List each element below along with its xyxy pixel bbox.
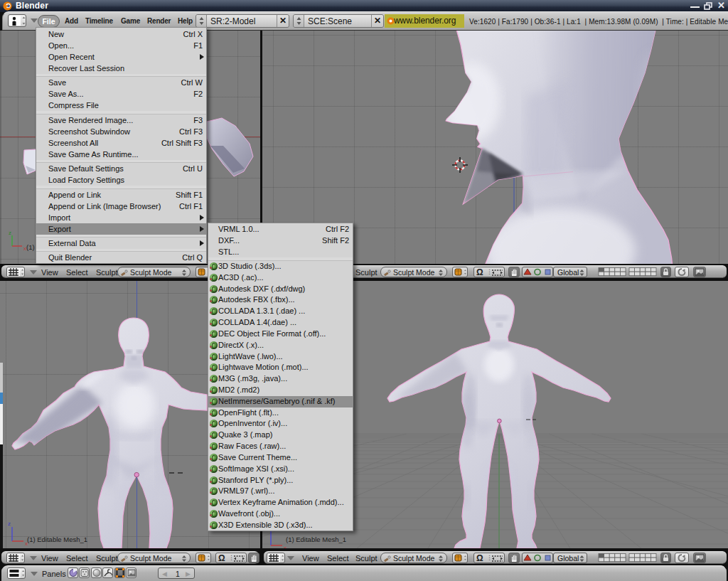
svg-text:z: z — [9, 230, 11, 236]
svg-text:x: x — [284, 545, 287, 548]
svg-text:(1) Editable Mesh_1: (1) Editable Mesh_1 — [286, 535, 346, 543]
svg-text:z: z — [8, 521, 11, 527]
svg-text:(1) Editable Mesh_1: (1) Editable Mesh_1 — [27, 535, 87, 543]
